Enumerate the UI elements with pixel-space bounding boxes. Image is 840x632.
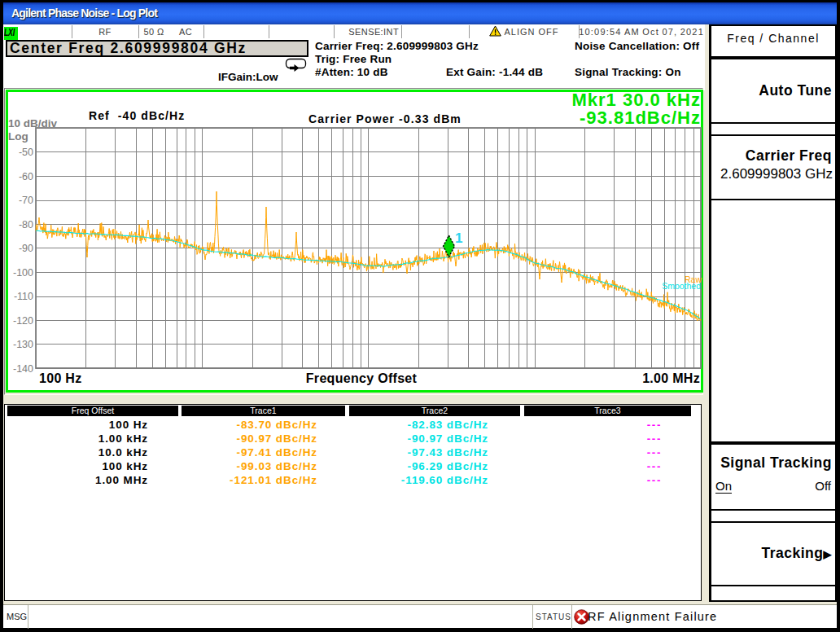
svg-text:Carrier Power -0.33 dBm: Carrier Power -0.33 dBm	[308, 112, 462, 125]
svg-text:-50: -50	[19, 147, 33, 158]
svg-text:1: 1	[455, 230, 462, 246]
svg-text:10 dB/div: 10 dB/div	[8, 117, 58, 129]
svg-text:-100: -100	[13, 267, 33, 279]
svg-text:Frequency Offset: Frequency Offset	[306, 371, 418, 385]
svg-text:Mkr1 30.0 kHz: Mkr1 30.0 kHz	[571, 90, 701, 110]
svg-text:-130: -130	[13, 339, 33, 350]
svg-text:-120: -120	[13, 315, 33, 327]
svg-text:-70: -70	[19, 195, 33, 206]
svg-text:1.00 MHz: 1.00 MHz	[642, 371, 700, 385]
svg-text:100 Hz: 100 Hz	[39, 371, 82, 385]
svg-text:-140: -140	[13, 363, 33, 375]
svg-text:-80: -80	[19, 219, 33, 230]
svg-text:-60: -60	[19, 171, 33, 182]
svg-text:-110: -110	[14, 291, 33, 302]
svg-text:Smoothed: Smoothed	[662, 281, 701, 291]
svg-text:Log: Log	[8, 130, 28, 143]
svg-text:-93.81dBc/Hz: -93.81dBc/Hz	[580, 108, 701, 128]
svg-text:-90: -90	[19, 243, 33, 254]
svg-text:Ref -40 dBc/Hz: Ref -40 dBc/Hz	[89, 109, 185, 122]
